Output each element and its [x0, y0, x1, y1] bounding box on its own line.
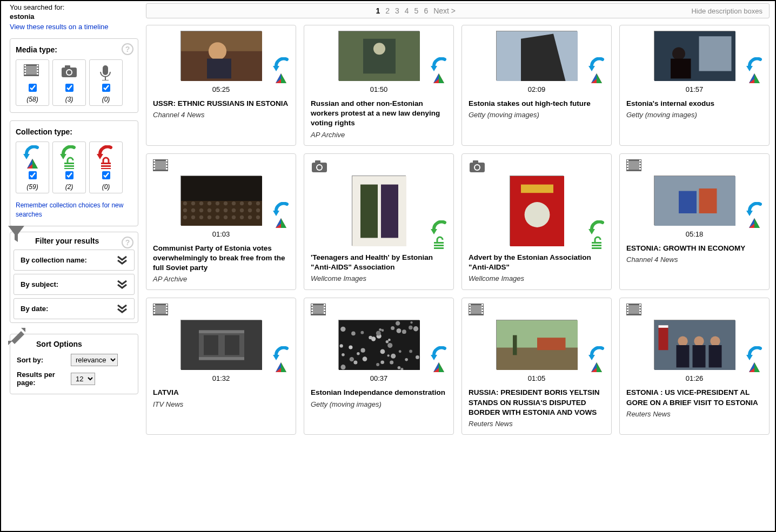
- svg-point-61: [208, 208, 211, 212]
- result-thumbnail[interactable]: [180, 176, 262, 225]
- pagination: 123456Next >: [146, 6, 685, 15]
- collection-badge: [431, 220, 448, 250]
- filter-heading: Filter your results: [35, 237, 99, 245]
- page-next[interactable]: Next >: [433, 6, 456, 15]
- result-title[interactable]: 'Teenagers and Health' by Estonian "Anti…: [311, 253, 447, 272]
- svg-point-111: [386, 340, 389, 343]
- svg-rect-36: [207, 59, 231, 79]
- result-title[interactable]: Communist Party of Estonia votes overwhe…: [153, 244, 289, 273]
- result-card[interactable]: 05:25USSR: ETHNIC RUSSIANS IN ESTONIACha…: [146, 25, 296, 146]
- result-thumbnail[interactable]: [654, 176, 735, 225]
- filter-row[interactable]: By date:: [14, 298, 135, 319]
- svg-point-58: [183, 208, 187, 212]
- result-card[interactable]: 01:05RUSSIA: PRESIDENT BORIS YELTSIN STA…: [461, 298, 612, 435]
- result-card[interactable]: 00:37Estonian Independance demonstration…: [304, 298, 454, 435]
- svg-point-114: [399, 351, 402, 353]
- result-card[interactable]: 01:57Estonia's internal exodusGetty (mov…: [619, 25, 770, 146]
- svg-point-116: [382, 329, 384, 332]
- result-title[interactable]: Russian and other non-Estonian workers p…: [311, 99, 447, 129]
- result-title[interactable]: Estonia stakes out high-tech future: [469, 99, 605, 109]
- help-icon[interactable]: ?: [122, 43, 133, 55]
- result-card[interactable]: 01:32LATVIAITV News: [146, 298, 296, 435]
- result-title[interactable]: Estonia's internal exodus: [626, 99, 762, 109]
- media-type-film-checkbox[interactable]: [29, 84, 37, 92]
- media-type-microphone[interactable]: (0): [89, 59, 123, 106]
- result-title[interactable]: LATVIA: [153, 388, 289, 398]
- result-card[interactable]: 01:03Communist Party of Estonia votes ov…: [146, 153, 296, 291]
- result-duration: 01:50: [311, 85, 447, 93]
- hide-description-toggle[interactable]: Hide description boxes: [685, 7, 769, 15]
- timeline-link[interactable]: View these results on a timeline: [10, 23, 138, 31]
- page-2[interactable]: 2: [385, 6, 390, 15]
- result-thumbnail[interactable]: [352, 176, 406, 246]
- result-thumbnail[interactable]: [338, 320, 419, 369]
- result-thumbnail[interactable]: [496, 320, 577, 369]
- svg-point-98: [380, 349, 385, 354]
- result-card[interactable]: Advert by the Estonian Association "Anti…: [461, 153, 612, 291]
- page-5[interactable]: 5: [414, 6, 419, 15]
- result-title[interactable]: Advert by the Estonian Association "Anti…: [469, 253, 605, 272]
- result-duration: 01:26: [626, 374, 762, 382]
- page-1: 1: [376, 6, 380, 15]
- result-title[interactable]: ESTONIA : US VICE-PRESIDENT AL GORE ON A…: [626, 388, 762, 407]
- media-type-microphone-checkbox[interactable]: [102, 84, 110, 92]
- svg-point-60: [199, 208, 203, 212]
- svg-point-145: [710, 336, 720, 346]
- svg-rect-43: [699, 36, 732, 71]
- tri-badge-icon: [432, 72, 446, 84]
- svg-rect-90: [225, 335, 239, 355]
- svg-point-94: [340, 365, 345, 369]
- page-4[interactable]: 4: [405, 6, 409, 15]
- media-type-camera-checkbox[interactable]: [65, 84, 73, 92]
- filter-row[interactable]: By collection name:: [14, 250, 135, 271]
- page-3[interactable]: 3: [395, 6, 399, 15]
- blue-arrow-icon: [431, 346, 448, 361]
- remember-choices-link[interactable]: Remember collection choices for new sear…: [16, 201, 132, 219]
- media-type-camera[interactable]: (3): [52, 59, 86, 106]
- filter-row[interactable]: By subject:: [14, 274, 135, 295]
- svg-point-121: [391, 326, 394, 330]
- result-source: Getty (moving images): [469, 111, 605, 119]
- result-thumbnail[interactable]: [180, 31, 262, 80]
- svg-point-77: [256, 215, 260, 219]
- result-source: AP Archive: [153, 275, 289, 283]
- svg-point-109: [353, 361, 357, 365]
- result-thumbnail[interactable]: [654, 320, 735, 369]
- page-6[interactable]: 6: [424, 6, 428, 15]
- result-title[interactable]: Estonian Independance demonstration: [311, 388, 447, 398]
- result-card[interactable]: 01:50Russian and other non-Estonian work…: [304, 25, 454, 146]
- svg-point-124: [357, 352, 360, 355]
- results-per-page-select[interactable]: 12: [71, 373, 95, 385]
- svg-rect-85: [679, 191, 697, 213]
- collection-type-red-arrow-lock-checkbox[interactable]: [102, 171, 110, 179]
- result-thumbnail[interactable]: [510, 176, 564, 246]
- svg-point-83: [525, 202, 550, 227]
- blue-arrow-icon: [273, 57, 290, 72]
- collection-type-green-arrow-lock[interactable]: (2): [52, 142, 86, 193]
- media-type-film[interactable]: (58): [16, 59, 49, 106]
- result-card[interactable]: 05:18ESTONIA: GROWTH IN ECONOMYChannel 4…: [619, 153, 770, 291]
- help-icon[interactable]: ?: [122, 237, 133, 248]
- svg-point-95: [350, 357, 354, 361]
- svg-point-63: [224, 208, 228, 212]
- svg-point-74: [232, 215, 236, 219]
- collection-type-blue-arrow-tri[interactable]: (59): [16, 142, 49, 193]
- blue-arrow-icon: [273, 346, 290, 361]
- collection-type-blue-arrow-tri-checkbox[interactable]: [29, 171, 37, 179]
- sort-by-select[interactable]: relevance: [71, 354, 118, 366]
- collection-type-red-arrow-lock[interactable]: (0): [89, 142, 123, 193]
- result-card[interactable]: 01:26ESTONIA : US VICE-PRESIDENT AL GORE…: [619, 298, 770, 435]
- result-thumbnail[interactable]: [338, 31, 419, 80]
- sort-heading: Sort Options: [36, 340, 131, 348]
- tri-badge-icon: [275, 72, 289, 84]
- svg-rect-137: [537, 338, 566, 351]
- result-thumbnail[interactable]: [654, 31, 735, 80]
- result-card[interactable]: 02:09Estonia stakes out high-tech future…: [461, 25, 612, 146]
- result-thumbnail[interactable]: [180, 320, 262, 369]
- result-title[interactable]: RUSSIA: PRESIDENT BORIS YELTSIN STANDS O…: [469, 388, 605, 417]
- collection-type-green-arrow-lock-checkbox[interactable]: [65, 171, 73, 179]
- result-thumbnail[interactable]: [496, 31, 577, 80]
- result-title[interactable]: USSR: ETHNIC RUSSIANS IN ESTONIA: [153, 99, 289, 109]
- result-card[interactable]: 'Teenagers and Health' by Estonian "Anti…: [304, 153, 454, 291]
- result-title[interactable]: ESTONIA: GROWTH IN ECONOMY: [626, 244, 762, 253]
